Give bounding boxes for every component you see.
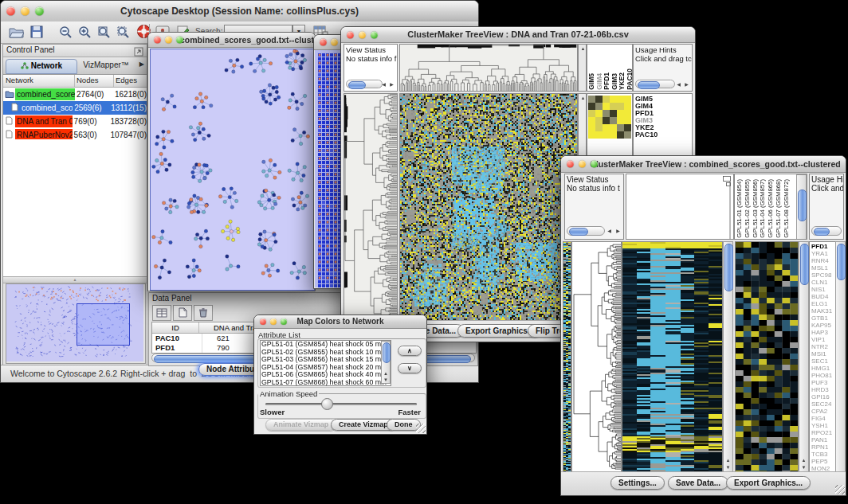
tv2-gene-label[interactable]: MSI1: [811, 350, 835, 357]
zoom-out-icon[interactable]: [57, 24, 74, 40]
tv2-gene-label[interactable]: GTB1: [811, 315, 835, 322]
speed-slider-thumb[interactable]: [321, 398, 333, 410]
tv2-detail-heatmap-canvas[interactable]: [736, 242, 798, 471]
scroll-thumb[interactable]: [800, 244, 809, 285]
attribute-list-item[interactable]: GPL51-07 (GSM868) heat shock 60 min: [261, 379, 380, 386]
network-row[interactable]: combined_sco2569(6)13112(15): [3, 101, 147, 115]
network-name[interactable]: combined_scores: [15, 88, 75, 100]
matrix-cell[interactable]: [588, 103, 595, 110]
close-button[interactable]: [347, 31, 354, 38]
scroll-up-arrow[interactable]: ▲: [382, 370, 390, 377]
zoom-button[interactable]: [281, 318, 287, 325]
tv2-detail-heatmap[interactable]: [735, 241, 799, 472]
tv1-usage-hscrollbar[interactable]: [635, 80, 675, 88]
tv2-heatmap[interactable]: [622, 241, 723, 472]
tv2-gene-label[interactable]: NIS1: [811, 286, 835, 293]
tv2-gene-label[interactable]: YRA1: [811, 250, 835, 257]
tv1-column-label[interactable]: YKE2: [618, 72, 626, 90]
zoom-selected-icon[interactable]: [114, 24, 132, 40]
tv1-row-dendrogram-canvas[interactable]: [344, 94, 397, 322]
scroll-thumb[interactable]: [638, 81, 660, 89]
matrix-cell[interactable]: [617, 117, 624, 124]
matrix-cell[interactable]: [610, 103, 617, 110]
animate-vizmap-button[interactable]: Animate Vizmap: [265, 419, 336, 431]
close-button[interactable]: [6, 7, 15, 16]
zoom-button[interactable]: [591, 161, 598, 168]
move-up-button[interactable]: ∧: [398, 346, 422, 356]
scroll-thumb[interactable]: [814, 228, 830, 236]
tv2-gene-label[interactable]: MSL1: [811, 264, 835, 272]
matrix-cell[interactable]: [588, 117, 595, 124]
tv2-gene-label[interactable]: HRD3: [811, 386, 835, 393]
close-button[interactable]: [320, 39, 327, 46]
tv2-gene-label[interactable]: GPI16: [811, 393, 835, 400]
scroll-thumb[interactable]: [348, 81, 366, 89]
matrix-cell[interactable]: [617, 131, 624, 139]
tv2-column-label[interactable]: GPL51-04 (GSM857): [760, 179, 766, 238]
matrix-cell[interactable]: [624, 110, 631, 117]
matrix-cell[interactable]: [588, 96, 595, 103]
network-view-title-bar[interactable]: combined_scores_good.txt--cluste...: [148, 33, 315, 48]
tab-network[interactable]: Network: [6, 59, 77, 74]
tv2-gene-label[interactable]: KAP95: [811, 322, 835, 329]
tv2-global-strip-canvas[interactable]: [563, 242, 571, 471]
matrix-cell[interactable]: [624, 103, 631, 110]
network-row[interactable]: combined_scores2764(0)16218(0): [3, 88, 147, 101]
matrix-cell[interactable]: [624, 124, 631, 131]
panel-splitter[interactable]: ▲: [3, 276, 147, 283]
resize-grip[interactable]: [835, 485, 845, 494]
minimize-button[interactable]: [270, 318, 277, 325]
matrix-cell[interactable]: [603, 124, 610, 131]
tv2-heatmap-canvas[interactable]: [622, 242, 722, 471]
scroll-thumb[interactable]: [569, 228, 588, 236]
tab-overflow-arrow[interactable]: ▶: [139, 61, 144, 68]
tv2-status-hscrollbar[interactable]: [567, 226, 605, 236]
scroll-up-arrow[interactable]: ▲: [799, 457, 808, 463]
matrix-cell[interactable]: [595, 110, 603, 117]
tv2-gene-label[interactable]: ELG1: [811, 300, 835, 307]
matrix-cell[interactable]: [603, 103, 610, 110]
scroll-thumb[interactable]: [798, 189, 807, 221]
matrix-cell[interactable]: [595, 96, 603, 103]
tv2-row-dendrogram-canvas[interactable]: [572, 242, 621, 471]
tv2-column-dendrogram-canvas[interactable]: [626, 174, 733, 239]
tv2-gene-label[interactable]: VIP1: [811, 336, 835, 343]
zoom-fit-icon[interactable]: [95, 24, 112, 40]
minimize-button[interactable]: [359, 31, 366, 38]
network-canvas[interactable]: [151, 49, 314, 290]
tv2-gene-label[interactable]: BUD4: [811, 293, 835, 300]
tv2-column-label[interactable]: GPL51-02 (GSM855): [744, 179, 751, 238]
matrix-cell[interactable]: [595, 117, 603, 124]
tab-vizmapper[interactable]: VizMapper™: [77, 59, 135, 72]
tv2-usage-hscrollbar[interactable]: [811, 226, 842, 236]
attribute-list-vscrollbar[interactable]: ▲ ▼: [381, 341, 391, 384]
treeview1-title-bar[interactable]: ClusterMaker TreeView : DNA and Tran 07-…: [341, 27, 695, 43]
column-header-id[interactable]: ID: [152, 322, 199, 333]
settings-button[interactable]: Settings...: [610, 476, 665, 490]
scroll-up-arrow[interactable]: ▲: [724, 457, 732, 463]
tv1-row-dendrogram[interactable]: [344, 93, 398, 322]
matrix-cell[interactable]: [610, 124, 617, 131]
scroll-left-arrow[interactable]: ◀: [605, 228, 614, 234]
zoom-button[interactable]: [35, 7, 44, 16]
tv1-status-hscrollbar[interactable]: [346, 80, 383, 88]
scroll-thumb[interactable]: [837, 244, 846, 280]
tv2-gene-vscrollbar[interactable]: [835, 241, 846, 472]
minimize-button[interactable]: [579, 161, 586, 168]
close-button[interactable]: [567, 161, 574, 168]
matrix-cell[interactable]: [617, 124, 624, 131]
scroll-right-arrow[interactable]: ▶: [682, 81, 691, 88]
tv2-gene-label[interactable]: PAN1: [811, 436, 835, 443]
tv1-column-label[interactable]: GIM4: [596, 73, 603, 90]
tv1-column-dendrogram-canvas[interactable]: [400, 45, 577, 91]
tv2-gene-label[interactable]: TCB3: [811, 451, 835, 458]
tv2-gene-label[interactable]: MAK31: [811, 307, 835, 315]
tv2-heatmap-vscrollbar[interactable]: ▲ ▼: [723, 241, 733, 472]
tv1-top-vscroll[interactable]: ▲: [578, 44, 587, 92]
scroll-up-arrow[interactable]: ▲: [579, 45, 587, 52]
tv1-gene-label[interactable]: PAC10: [635, 131, 692, 139]
network-name[interactable]: combined_sco: [20, 102, 73, 114]
tv2-gene-label[interactable]: YSH1: [811, 422, 835, 429]
tv2-column-label[interactable]: GPL51-06 (GSM865): [768, 179, 774, 238]
matrix-cell[interactable]: [624, 96, 631, 103]
